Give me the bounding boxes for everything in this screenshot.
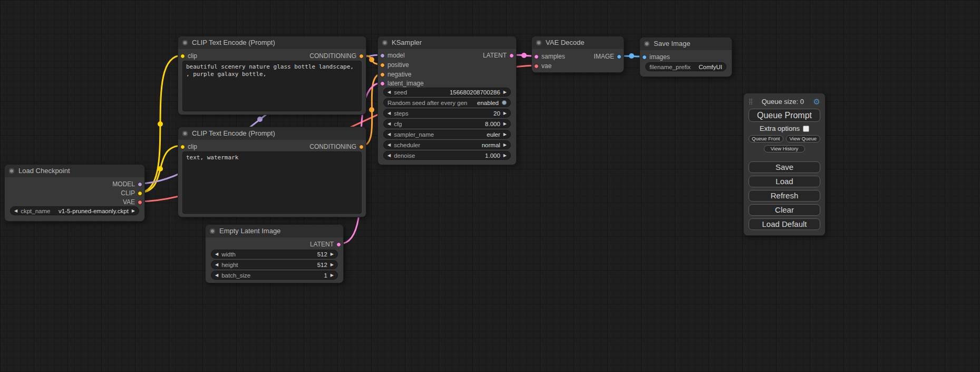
view-queue-button[interactable]: View Queue [786, 135, 821, 142]
height-widget[interactable]: ◀ height 512 ▶ [211, 260, 338, 269]
left-arrow-icon[interactable]: ◀ [14, 206, 17, 215]
samples-input-dot[interactable] [534, 54, 539, 59]
scheduler-widget[interactable]: ◀ scheduler normal ▶ [383, 140, 511, 149]
collapse-dot-icon[interactable] [182, 40, 188, 45]
queue-front-button[interactable]: Queue Front [749, 135, 783, 142]
widget-label: scheduler [394, 142, 420, 148]
widget-value: 1 [324, 272, 327, 279]
node-ksampler[interactable]: KSampler model positive negative latent_… [377, 36, 517, 165]
node-clip-text-encode-positive[interactable]: CLIP Text Encode (Prompt) clip CONDITION… [178, 36, 366, 115]
seed-widget[interactable]: ◀ seed 156680208700286 ▶ [383, 88, 511, 97]
node-title-bar[interactable]: KSampler [378, 36, 516, 49]
node-empty-latent-image[interactable]: Empty Latent Image LATENT ◀ width 512 ▶ … [205, 224, 344, 283]
slot-label: vae [541, 62, 551, 70]
right-arrow-icon[interactable]: ▶ [503, 151, 507, 160]
output-slot-latent: LATENT [483, 51, 516, 60]
left-arrow-icon[interactable]: ◀ [387, 151, 391, 160]
collapse-dot-icon[interactable] [210, 228, 215, 234]
filename-prefix-widget[interactable]: filename_prefix ComfyUI [645, 62, 726, 71]
output-slot-latent: LATENT [310, 240, 343, 249]
node-title-bar[interactable]: CLIP Text Encode (Prompt) [178, 127, 366, 140]
positive-input-dot[interactable] [380, 63, 385, 68]
image-output-dot[interactable] [617, 54, 622, 59]
clip-input-dot[interactable] [180, 145, 185, 149]
negative-input-dot[interactable] [380, 72, 385, 77]
node-load-checkpoint[interactable]: Load Checkpoint MODEL CLIP VAE ◀ ckpt_na… [4, 164, 145, 222]
left-arrow-icon[interactable]: ◀ [215, 271, 218, 280]
drag-handle-icon[interactable]: ⣿ [749, 98, 752, 105]
collapse-dot-icon[interactable] [382, 40, 387, 45]
denoise-widget[interactable]: ◀ denoise 1.000 ▶ [383, 151, 511, 160]
right-arrow-icon[interactable]: ▶ [132, 206, 135, 215]
node-vae-decode[interactable]: VAE Decode samples vae IMAGE [531, 36, 624, 73]
collapse-dot-icon[interactable] [182, 131, 188, 136]
right-arrow-icon[interactable]: ▶ [503, 119, 507, 128]
right-arrow-icon[interactable]: ▶ [503, 130, 507, 139]
right-arrow-icon[interactable]: ▶ [331, 271, 334, 280]
right-arrow-icon[interactable]: ▶ [503, 88, 507, 97]
right-arrow-icon[interactable]: ▶ [503, 109, 507, 118]
clear-button[interactable]: Clear [749, 204, 820, 216]
widget-value: enabled [477, 100, 499, 106]
left-arrow-icon[interactable]: ◀ [387, 88, 391, 97]
node-title-bar[interactable]: Save Image [640, 37, 732, 50]
collapse-dot-icon[interactable] [9, 168, 14, 174]
node-title-bar[interactable]: Load Checkpoint [5, 165, 144, 177]
model-input-dot[interactable] [380, 53, 385, 58]
batch-size-widget[interactable]: ◀ batch_size 1 ▶ [211, 271, 338, 280]
left-arrow-icon[interactable]: ◀ [215, 260, 218, 269]
node-save-image[interactable]: Save Image images filename_prefix ComfyU… [639, 37, 732, 77]
ckpt-name-widget[interactable]: ◀ ckpt_name v1-5-pruned-emaonly.ckpt ▶ [10, 206, 139, 215]
positive-prompt-textarea[interactable]: beautiful scenery nature glass bottle la… [182, 61, 362, 111]
left-arrow-icon[interactable]: ◀ [387, 130, 391, 139]
node-canvas[interactable]: { "colors": { "model": "#B39DDB", "clip"… [0, 0, 980, 372]
node-title-bar[interactable]: CLIP Text Encode (Prompt) [178, 36, 366, 49]
queue-prompt-button[interactable]: Queue Prompt [749, 109, 820, 122]
right-arrow-icon[interactable]: ▶ [503, 140, 507, 149]
node-title: VAE Decode [546, 39, 584, 46]
slot-label: VAE [123, 198, 135, 206]
widget-value: 8.000 [485, 121, 500, 127]
save-button[interactable]: Save [749, 161, 820, 173]
clip-output-dot[interactable] [138, 191, 142, 196]
cfg-widget[interactable]: ◀ cfg 8.000 ▶ [383, 119, 511, 128]
slot-label: clip [188, 143, 197, 150]
latent-output-dot[interactable] [336, 242, 341, 247]
node-title-bar[interactable]: VAE Decode [532, 36, 624, 49]
toggle-knob[interactable] [502, 100, 507, 105]
left-arrow-icon[interactable]: ◀ [387, 109, 391, 118]
node-title: Load Checkpoint [18, 167, 70, 175]
gear-icon[interactable]: ⚙ [813, 98, 820, 106]
collapse-dot-icon[interactable] [536, 40, 541, 45]
width-widget[interactable]: ◀ width 512 ▶ [211, 250, 338, 259]
latent-output-dot[interactable] [509, 53, 514, 58]
latent-image-input-dot[interactable] [380, 81, 385, 86]
steps-widget[interactable]: ◀ steps 20 ▶ [383, 109, 511, 118]
vae-output-dot[interactable] [138, 200, 142, 205]
output-slot-image: IMAGE [594, 52, 624, 61]
clip-input-dot[interactable] [180, 54, 185, 59]
load-button[interactable]: Load [749, 176, 820, 187]
sampler-name-widget[interactable]: ◀ sampler_name euler ▶ [383, 130, 511, 139]
images-input-dot[interactable] [642, 55, 647, 60]
negative-prompt-textarea[interactable]: text, watermark [182, 151, 362, 214]
collapse-dot-icon[interactable] [644, 41, 649, 46]
vae-input-dot[interactable] [534, 64, 539, 69]
conditioning-output-dot[interactable] [359, 54, 364, 59]
load-default-button[interactable]: Load Default [749, 218, 820, 230]
node-title-bar[interactable]: Empty Latent Image [206, 225, 343, 237]
widget-value: 512 [317, 251, 327, 257]
left-arrow-icon[interactable]: ◀ [387, 140, 391, 149]
random-seed-toggle-widget[interactable]: Random seed after every gen enabled [383, 98, 511, 107]
left-arrow-icon[interactable]: ◀ [215, 250, 218, 259]
left-arrow-icon[interactable]: ◀ [387, 119, 391, 128]
node-clip-text-encode-negative[interactable]: CLIP Text Encode (Prompt) clip CONDITION… [178, 127, 366, 217]
conditioning-output-dot[interactable] [359, 145, 364, 149]
view-history-button[interactable]: View History [764, 145, 805, 152]
right-arrow-icon[interactable]: ▶ [331, 250, 334, 259]
extra-options-checkbox[interactable] [803, 126, 809, 132]
refresh-button[interactable]: Refresh [749, 190, 820, 202]
input-slot-images: images [640, 53, 670, 61]
model-output-dot[interactable] [138, 182, 142, 187]
right-arrow-icon[interactable]: ▶ [331, 260, 334, 269]
